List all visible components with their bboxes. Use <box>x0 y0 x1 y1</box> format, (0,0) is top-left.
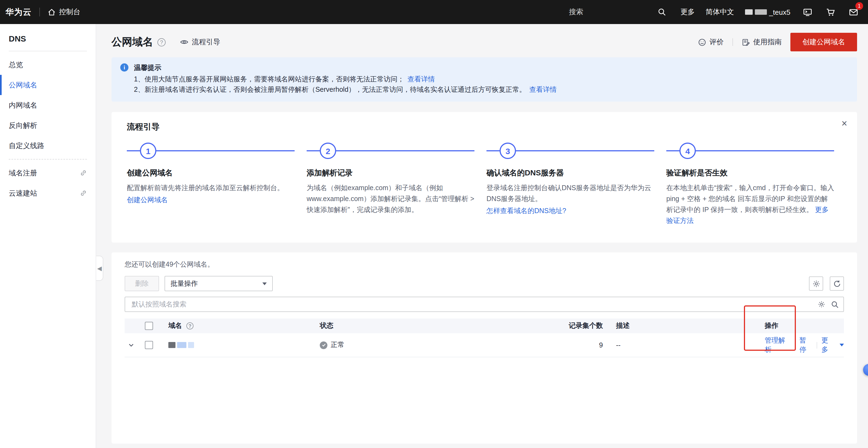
notice-line-2: 2、新注册域名请进行实名认证，否则会被注册局暂停解析（Serverhold），无… <box>134 85 557 95</box>
cloud-shell-button[interactable] <box>801 6 813 18</box>
sidebar-divider <box>9 51 87 51</box>
page-title: 公网域名 <box>112 35 153 49</box>
huaweicloud-logo[interactable]: 华为云 <box>5 7 32 17</box>
more-menu[interactable]: 更多 <box>681 7 695 17</box>
table-header-row: 域名 ? 状态 记录集个数 描述 操作 <box>125 319 844 333</box>
search-settings-icon[interactable] <box>818 300 825 308</box>
feedback-link[interactable]: 评价 <box>698 37 724 47</box>
right-gutter <box>857 24 868 448</box>
guide-steps: 1 创建公网域名 配置解析前请先将注册的域名添加至云解析控制台。 创建公网域名 … <box>127 142 842 226</box>
sidebar-item-custom-lines[interactable]: 自定义线路 <box>0 135 96 156</box>
quota-text: 您还可以创建49个公网域名。 <box>125 260 844 269</box>
status-badge: 正常 <box>320 340 344 350</box>
topbar-search[interactable]: 搜索 <box>569 7 666 17</box>
messages-button[interactable]: 1 <box>847 6 859 18</box>
select-all-checkbox[interactable] <box>145 322 153 330</box>
guide-step-2: 2 添加解析记录 为域名（例如example.com）和子域名（例如www.ex… <box>307 142 482 226</box>
page-header-actions: 评价 使用指南 创建公网域名 <box>698 33 857 51</box>
column-header-status: 状态 <box>320 321 462 330</box>
console-label: 控制台 <box>59 7 80 17</box>
topbar: 华为云 控制台 搜索 更多 简体中文 _teux5 <box>0 0 868 24</box>
zone-search-bar <box>125 297 844 312</box>
cart-icon <box>826 7 835 17</box>
sidebar-item-cloud-site[interactable]: 云速建站 <box>0 183 96 203</box>
question-icon[interactable]: ? <box>157 38 166 46</box>
process-guide-toggle[interactable]: 流程引导 <box>180 37 220 47</box>
create-public-zone-button[interactable]: 创建公网域名 <box>790 33 857 51</box>
home-icon <box>48 8 56 16</box>
op-separator <box>817 342 817 348</box>
sidebar-title: DNS <box>0 34 96 43</box>
batch-operation-dropdown[interactable]: 批量操作 <box>164 276 273 291</box>
table-row: 正常 9 -- 管理解析 暂停 更多 <box>125 333 844 357</box>
sidebar-item-domain-registration[interactable]: 域名注册 <box>0 163 96 183</box>
topbar-divider <box>39 8 40 17</box>
question-icon[interactable]: ? <box>186 322 193 329</box>
row-checkbox[interactable] <box>145 341 153 349</box>
info-icon: i <box>120 63 128 71</box>
app-shell: DNS 总览 公网域名 内网域名 反向解析 自定义线路 域名注册 云速建站 <box>0 24 868 448</box>
gear-icon <box>812 280 820 288</box>
sidebar-item-public-zones[interactable]: 公网域名 <box>0 75 96 95</box>
column-header-records: 记录集个数 <box>462 321 605 330</box>
dns-address-help-link[interactable]: 怎样查看域名的DNS地址? <box>487 205 654 216</box>
cart-button[interactable] <box>824 6 836 18</box>
row-description: -- <box>605 341 745 349</box>
sidebar-dashed-divider <box>9 159 87 160</box>
sidebar-item-overview[interactable]: 总览 <box>0 55 96 75</box>
pause-link[interactable]: 暂停 <box>799 336 812 354</box>
notice-detail-link-1[interactable]: 查看详情 <box>407 75 435 83</box>
zone-table-card: 您还可以创建49个公网域名。 删除 批量操作 <box>112 252 857 444</box>
sidebar-collapse-handle[interactable]: ◀ <box>96 256 103 281</box>
row-operations: 管理解析 暂停 更多 <box>765 336 844 354</box>
sidebar: DNS 总览 公网域名 内网域名 反向解析 自定义线路 域名注册 云速建站 <box>0 24 96 448</box>
search-label: 搜索 <box>569 7 583 17</box>
op-separator <box>795 342 795 348</box>
column-header-domain: 域名 <box>168 321 182 330</box>
notice-banner: i 温馨提示 1、使用大陆节点服务器开展网站服务，需要将域名网站进行备案，否则将… <box>112 57 857 102</box>
column-settings-button[interactable] <box>809 277 823 291</box>
guide-step-1: 1 创建公网域名 配置解析前请先将注册的域名添加至云解析控制台。 创建公网域名 <box>127 142 302 226</box>
guide-step-4: 4 验证解析是否生效 在本地主机单击“搜索”，输入cmd，打开命令窗口。输入pi… <box>666 142 842 226</box>
create-zone-step-link[interactable]: 创建公网域名 <box>127 194 294 205</box>
notice-title: 温馨提示 <box>134 63 557 73</box>
manage-resolution-link[interactable]: 管理解析 <box>765 336 790 354</box>
account-redacted-block <box>745 9 753 15</box>
screenshot-stage: 华为云 控制台 搜索 更多 简体中文 _teux5 <box>0 0 868 448</box>
zone-table: 域名 ? 状态 记录集个数 描述 操作 <box>125 319 844 357</box>
domain-name-redacted[interactable] <box>168 342 194 348</box>
main-content: 公网域名 ? 流程引导 评价 <box>96 24 857 448</box>
sidebar-item-ptr[interactable]: 反向解析 <box>0 115 96 135</box>
table-controls: 删除 批量操作 <box>125 276 844 291</box>
delete-button[interactable]: 删除 <box>125 276 159 291</box>
step-number: 1 <box>140 142 156 159</box>
chevron-down-icon <box>262 282 267 285</box>
close-icon[interactable]: × <box>841 119 847 128</box>
notice-body: 温馨提示 1、使用大陆节点服务器开展网站服务，需要将域名网站进行备案，否则将无法… <box>134 63 557 95</box>
chevron-down-icon[interactable] <box>128 342 134 348</box>
account-name-suffix: _teux5 <box>769 8 790 16</box>
search-input[interactable] <box>132 300 812 308</box>
notice-line-1: 1、使用大陆节点服务器开展网站服务，需要将域名网站进行备案，否则将无法正常访问；… <box>134 74 557 85</box>
search-icon[interactable] <box>831 300 839 309</box>
link-icon <box>80 169 87 177</box>
process-guide-card: 流程引导 × 1 创建公网域名 配置解析前请先将注册的域名添加至云解析控制台。 … <box>112 112 857 243</box>
refresh-icon <box>833 280 841 288</box>
doc-edit-icon <box>742 38 750 46</box>
search-icon[interactable] <box>657 8 666 17</box>
notice-detail-link-2[interactable]: 查看详情 <box>529 86 557 93</box>
guide-step-3: 3 确认域名的DNS服务器 登录域名注册控制台确认DNS服务器地址是否为华为云D… <box>487 142 662 226</box>
check-circle-icon <box>320 341 328 349</box>
more-actions-link[interactable]: 更多 <box>821 336 834 354</box>
notification-badge: 1 <box>856 2 863 10</box>
language-switcher[interactable]: 简体中文 <box>706 7 734 17</box>
refresh-button[interactable] <box>830 277 844 291</box>
step-number: 2 <box>320 142 336 159</box>
app-viewport: 华为云 控制台 搜索 更多 简体中文 _teux5 <box>0 0 868 448</box>
console-icon <box>803 7 812 17</box>
sidebar-item-private-zones[interactable]: 内网域名 <box>0 95 96 115</box>
console-home-link[interactable]: 控制台 <box>48 7 80 17</box>
step-number: 3 <box>500 142 516 159</box>
account-menu[interactable]: _teux5 <box>745 8 790 16</box>
user-guide-link[interactable]: 使用指南 <box>742 37 782 47</box>
